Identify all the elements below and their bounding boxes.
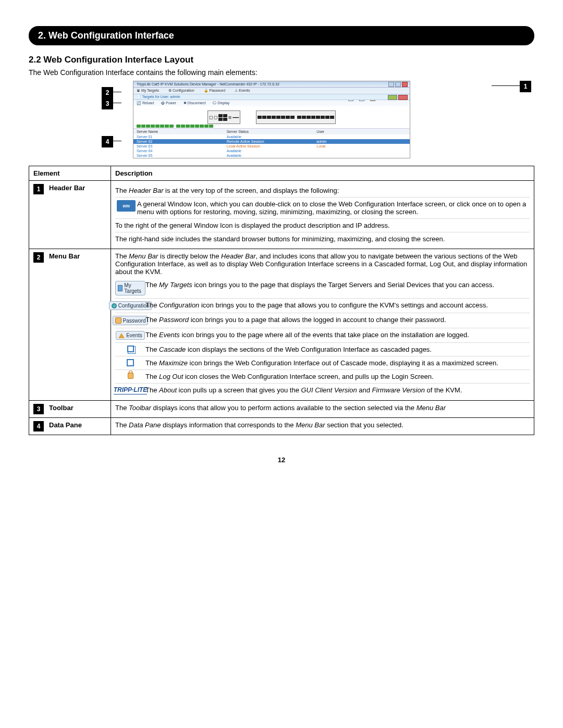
callout-3: 3 <box>102 98 113 109</box>
layout-screenshot: 2 3 4 1 TrippLite Cat5 IP KVM Solutions … <box>29 81 534 158</box>
subsection-title: 2.2 Web Configuration Interface Layout <box>29 55 534 65</box>
my-targets-icon: My Targets <box>115 281 145 295</box>
desc-menu-bar: The Menu Bar is directly below the Heade… <box>111 249 534 401</box>
shot-targets-bar: 📄 Targets for User: admin <box>133 94 410 100</box>
window-icon: WIN <box>117 200 136 212</box>
element-toolbar: 3Toolbar <box>29 401 111 418</box>
table-row: Server 01Available <box>133 134 410 139</box>
desc-toolbar: The Toolbar displays icons that allow yo… <box>111 401 534 418</box>
element-menu-bar: 2Menu Bar <box>29 249 111 401</box>
element-header-bar: 1Header Bar <box>29 181 111 249</box>
callout-4: 4 <box>102 136 113 147</box>
desc-header-bar: The Header Bar is at the very top of the… <box>111 181 534 249</box>
page-number: 12 <box>29 456 534 464</box>
logout-icon <box>128 373 133 379</box>
shot-menubar: 🖥 My Targets ⚙ Configuration 🔒 Password … <box>133 88 410 94</box>
about-icon: TRIPP·LITE <box>114 386 148 394</box>
events-icon: Events <box>116 331 145 340</box>
maximize-icon <box>127 359 134 366</box>
password-icon: Password <box>113 316 149 325</box>
table-row: Server 05Available <box>133 153 410 158</box>
table-row: Server 03Local Active SessionLocal <box>133 144 410 149</box>
desc-data-pane: The Data Pane displays information that … <box>111 418 534 435</box>
cascade-icon <box>127 346 134 352</box>
section-banner: 2. Web Configuration Interface <box>29 26 534 45</box>
description-table: Element Description 1Header Bar The Head… <box>29 166 534 435</box>
element-data-pane: 4Data Pane <box>29 418 111 435</box>
shot-titlebar: TrippLite Cat5 IP KVM Solutions Device M… <box>133 81 410 88</box>
callout-1: 1 <box>520 81 531 92</box>
col-description: Description <box>111 166 534 181</box>
col-element: Element <box>29 166 111 181</box>
intro-text: The Web Configuration Interface contains… <box>29 68 534 77</box>
table-row: Server 04Available <box>133 149 410 153</box>
shot-toolbar: 🔄 Reload ⏻ Power ✖ Disconnect 🖵 Display <box>133 100 410 106</box>
table-row: Server 02Remote Active Sessionadmin <box>133 139 410 144</box>
shot-table-header: Server Name Server Status User <box>133 129 410 134</box>
callout-2: 2 <box>102 87 113 98</box>
